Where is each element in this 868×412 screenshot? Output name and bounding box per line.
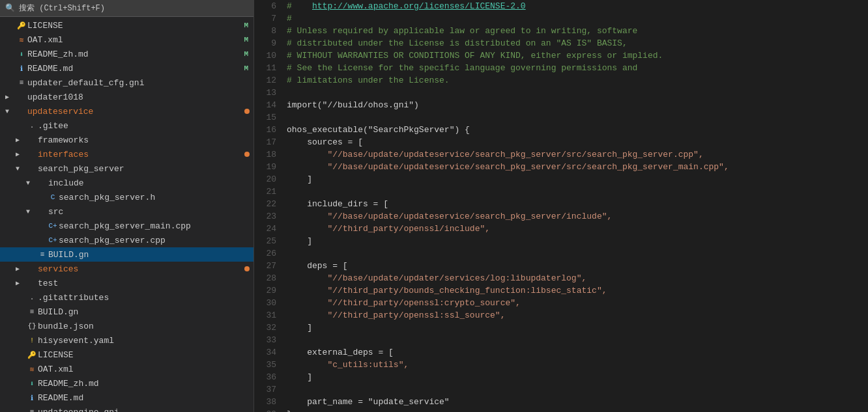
line-content: # limitations under the License. (287, 74, 868, 87)
tree-item-updater-default[interactable]: ≡updater_default_cfg.gni (0, 76, 253, 90)
file-icon: 🔑 (16, 21, 27, 30)
line-content: "c_utils:utils", (287, 359, 868, 371)
code-line: 10# WITHOUT WARRANTIES OR CONDITIONS OF … (254, 49, 868, 62)
code-line: 15 (254, 111, 868, 124)
token: # (287, 1, 312, 11)
tree-item-gitee[interactable]: ..gitee (0, 118, 253, 133)
line-content: # WITHOUT WARRANTIES OR CONDITIONS OF AN… (287, 49, 868, 62)
tree-item-gitattributes[interactable]: ..gitattributes (0, 290, 253, 305)
line-content: } (287, 408, 868, 412)
tree-item-include-dir[interactable]: ▼include (0, 176, 253, 190)
token: external_deps = [ (287, 348, 394, 357)
code-line: 11# See the License for the specific lan… (254, 62, 868, 74)
line-number: 13 (254, 87, 287, 99)
file-icon: ≡ (36, 251, 48, 258)
code-line: 31 "//third_party/openssl:ssl_source", (254, 309, 868, 322)
tree-item-readme-zh-2[interactable]: ⬇README_zh.md (0, 376, 253, 391)
line-content: # (287, 12, 868, 25)
tree-arrow: ▶ (16, 150, 26, 158)
code-line: 26 (254, 247, 868, 260)
tree-item-license-top[interactable]: 🔑LICENSEM (0, 18, 253, 33)
code-line: 18 "//base/update/updateservice/search_p… (254, 148, 868, 161)
tree-item-build-gn-root[interactable]: ≡BUILD.gn (0, 305, 253, 319)
tree-item-frameworks[interactable]: ▶frameworks (0, 133, 253, 147)
modified-indicator: M (244, 21, 248, 29)
tree-item-hisysevent[interactable]: !hisysevent.yaml (0, 333, 253, 348)
tree-item-label: search_pkg_server.h (59, 193, 253, 202)
search-label: 搜索 (Ctrl+Shift+F) (19, 3, 105, 14)
line-content: "//third_party/bounds_checking_function:… (287, 284, 868, 297)
tree-item-build-gn[interactable]: ≡BUILD.gn (0, 247, 253, 262)
token: "//third_party/openssl:ssl_source", (287, 310, 505, 320)
tree-item-readme[interactable]: ℹREADME.mdM (0, 61, 253, 76)
token: "//base/update/updateservice/search_pkg_… (287, 150, 704, 159)
file-icon: ! (26, 336, 38, 344)
tree-item-oat-xml[interactable]: ≋OAT.xmlM (0, 33, 253, 47)
tree-item-updater1018[interactable]: ▶updater1018 (0, 90, 253, 104)
tree-item-test[interactable]: ▶test (0, 276, 253, 290)
line-number: 32 (254, 322, 287, 334)
line-content: ohos_executable("SearchPkgServer") { (287, 124, 868, 136)
tree-arrow: ▶ (5, 93, 16, 101)
code-line: 19 "//base/update/updateservice/search_p… (254, 161, 868, 173)
line-content: import("//build/ohos.gni") (287, 99, 868, 111)
tree-item-search-pkg-server-cpp[interactable]: C+search_pkg_server.cpp (0, 233, 253, 247)
code-line: 25 ] (254, 235, 868, 247)
line-content: ] (287, 173, 868, 185)
token: "//third_party/bounds_checking_function:… (287, 286, 607, 295)
tree-item-readme-2[interactable]: ℹREADME.md (0, 391, 253, 405)
line-content: "//third_party/openssl:ssl_source", (287, 309, 868, 322)
line-content: # http://www.apache.org/licenses/LICENSE… (287, 0, 868, 12)
modified-indicator: M (244, 64, 248, 72)
line-number: 22 (254, 198, 287, 210)
line-number: 6 (254, 0, 287, 12)
token: http://www.apache.org/licenses/LICENSE-2… (312, 1, 526, 11)
token: include_dirs = [ (287, 199, 388, 209)
tree-item-label: services (38, 264, 244, 274)
line-content (287, 383, 868, 396)
line-number: 34 (254, 346, 287, 359)
code-line: 30 "//third_party/openssl:crypto_source"… (254, 297, 868, 309)
tree-item-services[interactable]: ▶services (0, 262, 253, 276)
tree-item-search-pkg-server[interactable]: ▼search_pkg_server (0, 161, 253, 176)
token: "//base/update/updateservice/search_pkg_… (287, 212, 612, 221)
tree-arrow: ▶ (16, 279, 26, 287)
tree-item-search-pkg-server-main[interactable]: C+search_pkg_server_main.cpp (0, 219, 253, 233)
tree-item-search-pkg-server-h[interactable]: Csearch_pkg_server.h (0, 190, 253, 204)
modified-badge (244, 109, 250, 114)
tree-item-bundle-json[interactable]: {}bundle.json (0, 319, 253, 333)
tree-item-label: interfaces (38, 150, 244, 159)
tree-item-src-dir[interactable]: ▼src (0, 204, 253, 219)
file-icon: ≋ (16, 36, 27, 44)
file-tree: 🔑LICENSEM≋OAT.xmlM⬇README_zh.mdMℹREADME.… (0, 17, 253, 412)
code-line: 38 part_name = "update_service" (254, 396, 868, 408)
token: sources = [ (287, 137, 363, 147)
file-icon: ℹ (16, 64, 27, 73)
code-line: 22 include_dirs = [ (254, 198, 868, 210)
search-bar[interactable]: 🔍 搜索 (Ctrl+Shift+F) (0, 0, 253, 17)
tree-item-updateengine-gni[interactable]: ≡updateengine.gni (0, 405, 253, 412)
token: } (287, 409, 292, 412)
tree-arrow: ▶ (16, 265, 26, 273)
tree-item-label: search_pkg_server.cpp (59, 236, 253, 245)
file-icon: . (26, 294, 38, 301)
tree-item-license-2[interactable]: 🔑LICENSE (0, 348, 253, 362)
tree-item-updateservice[interactable]: ▼updateservice (0, 104, 253, 118)
tree-item-label: bundle.json (38, 322, 253, 331)
tree-item-label: frameworks (38, 135, 253, 145)
line-number: 7 (254, 12, 287, 25)
tree-item-readme-zh[interactable]: ⬇README_zh.mdM (0, 47, 253, 61)
code-area: 6# http://www.apache.org/licenses/LICENS… (254, 0, 868, 412)
line-content: # See the License for the specific langu… (287, 62, 868, 74)
tree-item-interfaces[interactable]: ▶interfaces (0, 147, 253, 161)
token: "//base/update/updater/services/log:libu… (287, 273, 586, 283)
file-icon: ℹ (26, 394, 38, 402)
line-content (287, 111, 868, 124)
token: "c_utils:utils", (287, 360, 409, 370)
file-explorer-sidebar[interactable]: 🔍 搜索 (Ctrl+Shift+F) 🔑LICENSEM≋OAT.xmlM⬇R… (0, 0, 254, 412)
token: ] (287, 174, 312, 184)
line-content (287, 334, 868, 346)
tree-item-label: include (48, 178, 253, 188)
line-number: 14 (254, 99, 287, 111)
tree-item-oat-xml-2[interactable]: ≋OAT.xml (0, 362, 253, 376)
